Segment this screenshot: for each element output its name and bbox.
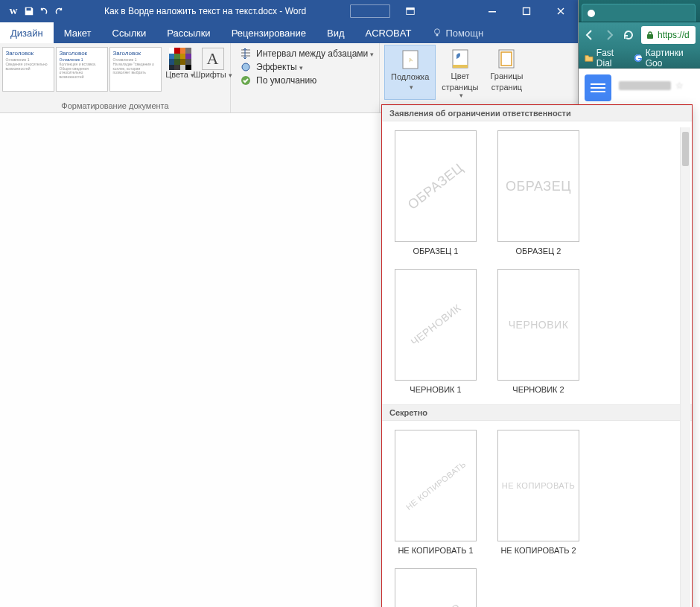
page-color-icon — [449, 48, 471, 70]
page-color-button[interactable]: Цвет страницы — [436, 45, 484, 100]
theme-thumb-2[interactable]: Заголовок Оглавление 1 Коллекция и встав… — [56, 47, 108, 92]
star-icon[interactable]: ☆ — [675, 80, 684, 91]
theme-thumb-3[interactable]: Заголовок Оглавление 1 На вкладке "сведе… — [109, 47, 162, 92]
browser-address-bar[interactable]: https://d — [641, 26, 696, 44]
watermark-gallery-item[interactable]: НЕ КОПИРОВАТЬНЕ КОПИРОВАТЬ 2 — [497, 430, 580, 555]
watermark-caption: ОБРАЗЕЦ 1 — [413, 247, 459, 255]
bookmark-google-images[interactable]: Картинки Goo — [634, 48, 694, 69]
tab-design[interactable]: Дизайн — [0, 22, 54, 43]
nav-forward-icon[interactable] — [602, 28, 616, 42]
browser-bookmarks-bar: Fast Dial Картинки Goo — [579, 48, 700, 69]
watermark-gallery-item[interactable]: ЧЕРНОВИКЧЕРНОВИК 2 — [497, 269, 580, 394]
watermark-caption: ОБРАЗЕЦ 2 — [516, 247, 561, 255]
set-default-button[interactable]: По умолчанию — [240, 74, 373, 86]
google-icon — [634, 53, 643, 63]
tab-acrobat[interactable]: ACROBAT — [355, 22, 422, 43]
watermark-label: Подложка — [391, 72, 429, 82]
page-color-label-2: страницы — [442, 83, 478, 100]
browser-toolbar: https://d — [579, 22, 700, 48]
gallery-section-confidential: Секретно — [382, 404, 692, 421]
page-color-label-1: Цвет — [451, 71, 470, 81]
tab-view[interactable]: Вид — [316, 22, 355, 43]
svg-rect-13 — [453, 65, 468, 68]
watermark-caption: ЧЕРНОВИК 2 — [512, 385, 564, 394]
watermark-mark-text: ОБРАЗЕЦ — [506, 179, 571, 194]
page-borders-label-1: Границы — [490, 71, 523, 81]
window-close-button[interactable] — [544, 0, 578, 22]
watermark-preview: НЕ КОПИРОВАТЬ — [395, 430, 477, 541]
theme-gallery[interactable]: Заголовок Оглавление 1 Сведения относите… — [1, 45, 164, 92]
effects-button[interactable]: Эффекты — [240, 61, 373, 73]
bookmark-fastdial[interactable]: Fast Dial — [585, 48, 626, 69]
page-borders-label-2: страниц — [491, 83, 522, 92]
tab-mailings[interactable]: Рассылки — [156, 22, 220, 43]
svg-rect-5 — [524, 8, 530, 15]
svg-rect-7 — [436, 34, 439, 36]
watermark-gallery-item[interactable]: ОБРАЗЕЦОБРАЗЕЦ 1 — [394, 130, 477, 255]
window-compact-icon[interactable] — [405, 6, 416, 16]
browser-tabstrip — [579, 0, 700, 22]
svg-text:W: W — [10, 7, 18, 16]
watermark-gallery-item[interactable]: СЕКРЕТНОСЕКРЕТНО 1 — [394, 568, 477, 607]
tab-review[interactable]: Рецензирование — [221, 22, 316, 43]
paragraph-spacing-label: Интервал между абзацами — [256, 48, 374, 59]
google-docs-icon[interactable] — [585, 74, 611, 101]
watermark-mark-text: НЕ КОПИРОВАТЬ — [404, 460, 467, 512]
fonts-label: Шрифты — [193, 70, 232, 79]
tell-me-help[interactable]: Помощн — [421, 22, 494, 43]
watermark-preview: ОБРАЗЕЦ — [395, 130, 477, 242]
title-bar: W Как в Ворде наложить текст на текст.do… — [0, 0, 578, 22]
paragraph-spacing-button[interactable]: Интервал между абзацами — [240, 48, 373, 60]
undo-icon[interactable] — [39, 6, 49, 16]
fonts-button[interactable]: А Шрифты — [197, 45, 229, 79]
watermark-mark-text: ЧЕРНОВИК — [408, 302, 462, 348]
palette-icon — [169, 48, 191, 70]
gallery-scrollbar[interactable] — [680, 127, 690, 607]
watermark-gallery-item[interactable]: НЕ КОПИРОВАТЬНЕ КОПИРОВАТЬ 1 — [394, 430, 477, 555]
redo-icon[interactable] — [54, 6, 64, 16]
group-label-spacer — [231, 100, 379, 112]
colors-button[interactable]: Цвета — [164, 45, 197, 79]
colors-label: Цвета — [165, 70, 194, 79]
lightbulb-icon — [432, 28, 442, 38]
watermark-preview: ЧЕРНОВИК — [497, 269, 579, 381]
nav-reload-icon[interactable] — [622, 28, 635, 42]
watermark-caption: НЕ КОПИРОВАТЬ 1 — [398, 546, 473, 555]
tab-layout[interactable]: Макет — [54, 22, 102, 43]
ribbon: Заголовок Оглавление 1 Сведения относите… — [0, 43, 578, 113]
google-docs-title-placeholder — [619, 81, 671, 90]
browser-tab[interactable] — [582, 4, 696, 22]
tab-links[interactable]: Ссылки — [102, 22, 157, 43]
window-minimize-button[interactable] — [475, 0, 509, 22]
bookmark-fastdial-label: Fast Dial — [596, 48, 626, 69]
svg-rect-4 — [489, 11, 496, 13]
watermark-gallery-item[interactable]: ЧЕРНОВИКЧЕРНОВИК 1 — [394, 269, 477, 394]
address-text: https://d — [658, 30, 690, 40]
check-icon — [240, 74, 252, 86]
page-borders-icon — [495, 48, 518, 70]
nav-back-icon[interactable] — [583, 28, 596, 42]
effects-label: Эффекты — [256, 62, 303, 72]
svg-point-23 — [588, 10, 595, 17]
svg-point-8 — [242, 63, 249, 71]
gallery-grid-1: ОБРАЗЕЦОБРАЗЕЦ 1ОБРАЗЕЦОБРАЗЕЦ 2ЧЕРНОВИК… — [382, 121, 692, 404]
watermark-preview: ЧЕРНОВИК — [395, 269, 477, 381]
ribbon-tabs: Дизайн Макет Ссылки Рассылки Рецензирова… — [0, 22, 578, 43]
watermark-button[interactable]: A Подложка — [384, 45, 436, 100]
theme-thumb-title: Заголовок — [6, 50, 51, 57]
tab-favicon — [587, 9, 596, 18]
watermark-gallery-item[interactable]: ОБРАЗЕЦОБРАЗЕЦ 2 — [497, 130, 580, 255]
watermark-mark-text: НЕ КОПИРОВАТЬ — [502, 481, 576, 490]
theme-thumb-1[interactable]: Заголовок Оглавление 1 Сведения относите… — [2, 47, 54, 92]
svg-point-6 — [435, 29, 440, 34]
gallery-scrollbar-thumb[interactable] — [682, 132, 689, 166]
account-widgets — [350, 4, 416, 18]
save-icon[interactable] — [24, 6, 34, 16]
account-placeholder — [350, 4, 390, 18]
watermark-preview: ОБРАЗЕЦ — [497, 130, 579, 242]
page-borders-button[interactable]: Границы страниц — [484, 45, 529, 100]
window-maximize-button[interactable] — [509, 0, 544, 22]
bookmark-google-images-label: Картинки Goo — [646, 48, 694, 69]
folder-icon — [585, 54, 594, 63]
watermark-icon: A — [399, 48, 421, 71]
